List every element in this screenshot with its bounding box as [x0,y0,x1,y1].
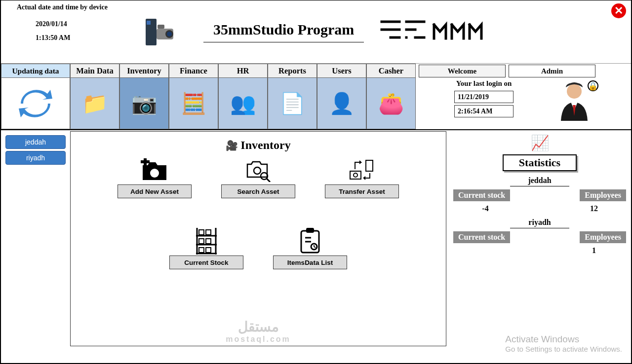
calculator-icon: 🧮 [169,78,218,129]
watermark: مستقل mostaql.com [226,319,291,344]
user-avatar-icon[interactable]: 🔒 [553,79,595,122]
current-stock-button[interactable]: Current Stock [169,255,243,269]
header: Actual date and time by device 2020/01/1… [1,0,631,64]
stat-branch-1-name: jeddah [510,176,569,186]
lock-icon: 🔒 [588,80,598,91]
transfer-asset-button[interactable]: Transfer Asset [325,184,399,198]
stat-emp-header: Employees [580,189,626,201]
stat-emp-value-2: 1 [562,243,626,255]
stat-stock-header: Current stock [453,189,510,201]
add-camera-icon [118,157,192,183]
inv-items-list: ItemsData List [273,228,347,269]
tool-label: Inventory [120,64,168,78]
folder-icon: 📁 [71,78,119,129]
search-camera-icon [221,157,295,183]
inventory-panel: Inventory Add New Asset Search Asset Tra… [70,131,446,346]
activate-subtitle: Go to Settings to activate Windows. [505,345,622,353]
last-login-date: 11/21/2019 [454,91,514,103]
watermark-ar: مستقل [226,319,291,335]
people-icon: 👥 [219,78,267,129]
svg-rect-22 [206,239,211,244]
refresh-icon [1,78,70,129]
shelves-icon [169,228,243,255]
tool-main-data[interactable]: Main Data 📁 [70,64,119,129]
chart-icon: 📈 [451,134,628,151]
tool-label: HR [219,64,267,78]
tool-updating-data[interactable]: Updating data [1,64,70,129]
svg-rect-26 [306,228,314,233]
camcorder-icon [139,9,179,55]
branch-jeddah-button[interactable]: jeddah [5,135,66,149]
brand-logo [374,15,497,49]
tool-finance[interactable]: Finance 🧮 [169,64,218,129]
scanner-icon: 📷 [120,78,168,129]
branch-sidebar: jeddah riyadh [1,130,70,364]
panel-title: Inventory [71,139,446,152]
svg-point-8 [254,167,261,174]
svg-rect-21 [199,239,204,244]
tool-casher[interactable]: Casher 👛 [366,64,416,129]
svg-rect-19 [199,230,204,235]
tool-label: Finance [169,64,218,78]
inv-current-stock: Current Stock [169,228,243,269]
tool-label: Main Data [71,64,119,78]
stat-branch-2-name: riyadh [510,218,569,228]
document-icon: 📄 [268,78,316,129]
stat-emp-value-1: 12 [562,201,626,213]
search-asset-button[interactable]: Search Asset [221,184,295,198]
tool-label: Updating data [1,64,70,78]
svg-rect-24 [206,248,211,253]
app-title: 35mmStudio Program [203,21,364,42]
statistics-button[interactable]: Statistics [503,154,577,171]
svg-rect-1 [147,21,151,25]
tool-inventory[interactable]: Inventory 📷 [119,64,169,129]
watermark-en: mostaql.com [226,335,291,344]
current-date: 2020/01/14 [36,20,139,28]
add-new-asset-button[interactable]: Add New Asset [118,184,192,198]
last-login-time: 2:16:54 AM [454,105,514,117]
svg-rect-13 [366,160,373,171]
svg-point-4 [167,32,172,36]
stat-stock-value-1: -4 [453,201,517,213]
svg-line-10 [267,179,270,182]
main-toolbar: Updating data Main Data 📁 Inventory 📷 Fi… [1,64,631,130]
branch-riyadh-button[interactable]: riyadh [5,151,66,165]
tool-reports[interactable]: Reports 📄 [268,64,317,129]
inv-add-asset: Add New Asset [118,157,192,198]
inv-transfer-asset: Transfer Asset [325,157,399,198]
close-button[interactable]: ✕ [611,3,626,18]
inv-search-asset: Search Asset [221,157,295,198]
windows-activation-notice: Activate Windows Go to Settings to activ… [505,334,622,353]
stat-stock-value-2 [453,243,517,255]
svg-point-12 [354,173,357,177]
svg-rect-23 [199,248,204,253]
tool-hr[interactable]: HR 👥 [218,64,268,129]
tool-label: Reports [268,64,316,78]
tool-users[interactable]: Users 👤 [317,64,366,129]
itemsdata-list-button[interactable]: ItemsData List [273,255,347,269]
activate-title: Activate Windows [505,334,622,345]
transfer-icon [325,157,399,183]
svg-point-6 [567,84,582,99]
svg-line-31 [314,247,316,248]
svg-rect-5 [158,25,164,29]
svg-point-7 [150,169,159,178]
svg-rect-11 [350,171,361,179]
clipboard-icon [273,228,347,255]
tool-label: Users [317,64,366,78]
stat-stock-header-2: Current stock [453,231,510,243]
username: Admin [509,65,595,77]
last-login-label: Your last login on [419,79,549,88]
wallet-icon: 👛 [367,78,415,129]
current-time: 1:13:50 AM [36,34,139,42]
statistics-panel: 📈 Statistics jeddah Current stock Employ… [448,130,631,364]
user-panel: Welcome Admin Your last login on 11/21/2… [416,64,598,129]
datetime-label: Actual date and time by device [17,3,139,11]
welcome-label: Welcome [419,65,506,77]
svg-rect-20 [206,230,211,235]
users-icon: 👤 [317,78,366,129]
tool-label: Casher [367,64,415,78]
stat-emp-header-2: Employees [580,231,626,243]
